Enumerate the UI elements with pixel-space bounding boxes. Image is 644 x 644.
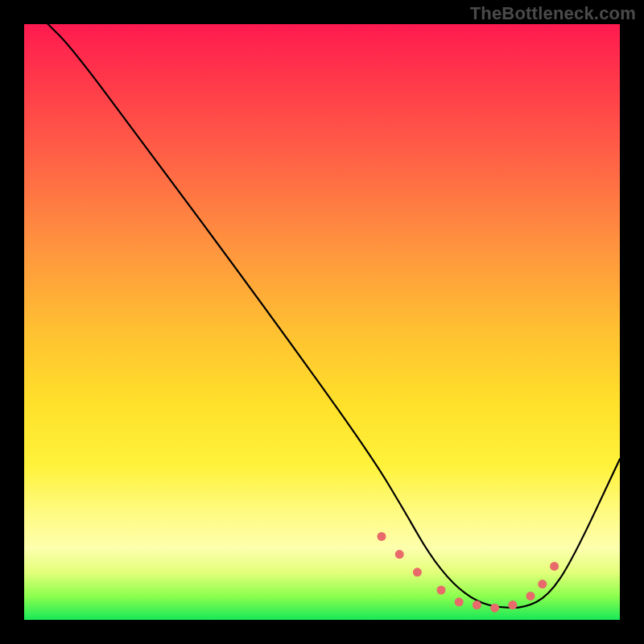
highlight-dot	[508, 601, 517, 609]
highlight-dot	[395, 550, 404, 559]
highlight-dot	[538, 580, 547, 588]
highlight-dot	[437, 586, 446, 595]
bottleneck-curve-svg	[24, 24, 620, 620]
highlight-dot	[455, 597, 464, 606]
highlight-dot	[490, 604, 499, 613]
bottleneck-curve-path	[48, 24, 620, 608]
highlight-dot	[550, 562, 559, 571]
highlight-dots-group	[378, 532, 559, 613]
chart-frame: TheBottleneck.com	[0, 0, 644, 644]
highlight-dot	[378, 532, 386, 541]
highlight-dot	[473, 601, 481, 609]
highlight-dot	[526, 592, 535, 601]
highlight-dot	[413, 568, 422, 576]
watermark-text: TheBottleneck.com	[470, 3, 636, 24]
